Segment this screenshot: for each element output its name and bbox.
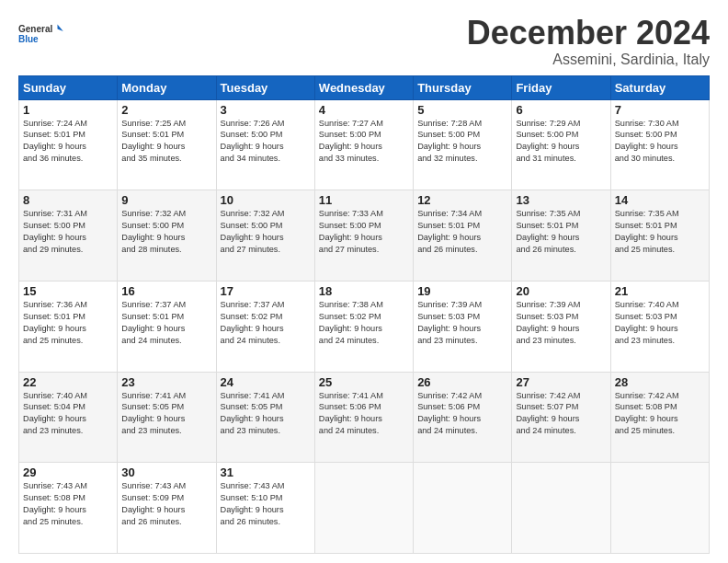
day-number: 10 [221, 193, 311, 207]
calendar-cell: 2Sunrise: 7:25 AM Sunset: 5:01 PM Daylig… [118, 99, 216, 190]
day-info: Sunrise: 7:30 AM Sunset: 5:00 PM Dayligh… [615, 118, 705, 166]
calendar-cell [512, 463, 610, 554]
day-number: 2 [121, 103, 211, 117]
day-number: 21 [615, 284, 705, 298]
weekday-header: Sunday [19, 75, 118, 99]
day-info: Sunrise: 7:40 AM Sunset: 5:04 PM Dayligh… [23, 390, 113, 438]
day-number: 11 [319, 193, 409, 207]
day-info: Sunrise: 7:42 AM Sunset: 5:08 PM Dayligh… [615, 390, 705, 438]
calendar-cell: 20Sunrise: 7:39 AM Sunset: 5:03 PM Dayli… [512, 281, 610, 372]
weekday-header: Saturday [610, 75, 709, 99]
day-info: Sunrise: 7:39 AM Sunset: 5:03 PM Dayligh… [417, 299, 507, 347]
calendar-cell: 6Sunrise: 7:29 AM Sunset: 5:00 PM Daylig… [512, 99, 610, 190]
calendar-cell: 30Sunrise: 7:43 AM Sunset: 5:09 PM Dayli… [118, 463, 216, 554]
svg-text:General: General [18, 24, 52, 34]
day-info: Sunrise: 7:31 AM Sunset: 5:00 PM Dayligh… [23, 208, 113, 256]
day-info: Sunrise: 7:41 AM Sunset: 5:05 PM Dayligh… [121, 390, 211, 438]
day-number: 26 [417, 375, 507, 389]
day-info: Sunrise: 7:41 AM Sunset: 5:06 PM Dayligh… [319, 390, 409, 438]
day-number: 23 [121, 375, 211, 389]
calendar-cell: 4Sunrise: 7:27 AM Sunset: 5:00 PM Daylig… [314, 99, 413, 190]
header: General Blue December 2024 Assemini, Sar… [18, 15, 710, 68]
calendar-cell: 8Sunrise: 7:31 AM Sunset: 5:00 PM Daylig… [19, 190, 118, 282]
calendar-cell: 25Sunrise: 7:41 AM Sunset: 5:06 PM Dayli… [314, 372, 413, 463]
calendar-cell: 24Sunrise: 7:41 AM Sunset: 5:05 PM Dayli… [216, 372, 314, 463]
calendar-cell [610, 463, 709, 554]
calendar-cell: 26Sunrise: 7:42 AM Sunset: 5:06 PM Dayli… [414, 372, 512, 463]
day-number: 9 [121, 193, 211, 207]
calendar-cell [414, 463, 512, 554]
day-number: 19 [417, 284, 507, 298]
calendar-cell: 23Sunrise: 7:41 AM Sunset: 5:05 PM Dayli… [118, 372, 216, 463]
day-number: 12 [417, 193, 507, 207]
calendar-cell: 11Sunrise: 7:33 AM Sunset: 5:00 PM Dayli… [314, 190, 413, 282]
day-info: Sunrise: 7:41 AM Sunset: 5:05 PM Dayligh… [221, 390, 311, 438]
weekday-header: Wednesday [314, 75, 413, 99]
calendar-cell: 17Sunrise: 7:37 AM Sunset: 5:02 PM Dayli… [216, 281, 314, 372]
calendar-cell: 9Sunrise: 7:32 AM Sunset: 5:00 PM Daylig… [118, 190, 216, 282]
day-number: 5 [417, 103, 507, 117]
calendar-cell: 7Sunrise: 7:30 AM Sunset: 5:00 PM Daylig… [610, 99, 709, 190]
day-number: 20 [516, 284, 606, 298]
calendar-cell: 10Sunrise: 7:32 AM Sunset: 5:00 PM Dayli… [216, 190, 314, 282]
day-info: Sunrise: 7:29 AM Sunset: 5:00 PM Dayligh… [516, 118, 606, 166]
day-number: 22 [23, 375, 113, 389]
day-number: 15 [23, 284, 113, 298]
day-number: 16 [121, 284, 211, 298]
day-number: 3 [221, 103, 311, 117]
calendar-cell: 29Sunrise: 7:43 AM Sunset: 5:08 PM Dayli… [19, 463, 118, 554]
calendar-cell: 16Sunrise: 7:37 AM Sunset: 5:01 PM Dayli… [118, 281, 216, 372]
day-info: Sunrise: 7:35 AM Sunset: 5:01 PM Dayligh… [516, 208, 606, 256]
day-number: 7 [615, 103, 705, 117]
day-number: 13 [516, 193, 606, 207]
day-info: Sunrise: 7:27 AM Sunset: 5:00 PM Dayligh… [319, 118, 409, 166]
calendar-cell: 31Sunrise: 7:43 AM Sunset: 5:10 PM Dayli… [216, 463, 314, 554]
day-number: 4 [319, 103, 409, 117]
calendar-table: SundayMondayTuesdayWednesdayThursdayFrid… [18, 75, 710, 554]
calendar-cell [314, 463, 413, 554]
calendar-cell: 14Sunrise: 7:35 AM Sunset: 5:01 PM Dayli… [610, 190, 709, 282]
day-number: 14 [615, 193, 705, 207]
day-number: 30 [121, 465, 211, 479]
day-info: Sunrise: 7:32 AM Sunset: 5:00 PM Dayligh… [121, 208, 211, 256]
calendar-cell: 28Sunrise: 7:42 AM Sunset: 5:08 PM Dayli… [610, 372, 709, 463]
day-info: Sunrise: 7:42 AM Sunset: 5:06 PM Dayligh… [417, 390, 507, 438]
calendar-cell: 21Sunrise: 7:40 AM Sunset: 5:03 PM Dayli… [610, 281, 709, 372]
day-number: 8 [23, 193, 113, 207]
calendar-cell: 15Sunrise: 7:36 AM Sunset: 5:01 PM Dayli… [19, 281, 118, 372]
day-number: 6 [516, 103, 606, 117]
day-number: 24 [221, 375, 311, 389]
weekday-header: Tuesday [216, 75, 314, 99]
day-info: Sunrise: 7:37 AM Sunset: 5:01 PM Dayligh… [121, 299, 211, 347]
day-info: Sunrise: 7:34 AM Sunset: 5:01 PM Dayligh… [417, 208, 507, 256]
day-number: 25 [319, 375, 409, 389]
day-info: Sunrise: 7:39 AM Sunset: 5:03 PM Dayligh… [516, 299, 606, 347]
day-info: Sunrise: 7:25 AM Sunset: 5:01 PM Dayligh… [121, 118, 211, 166]
calendar-cell: 27Sunrise: 7:42 AM Sunset: 5:07 PM Dayli… [512, 372, 610, 463]
day-info: Sunrise: 7:37 AM Sunset: 5:02 PM Dayligh… [221, 299, 311, 347]
calendar-cell: 3Sunrise: 7:26 AM Sunset: 5:00 PM Daylig… [216, 99, 314, 190]
weekday-header: Monday [118, 75, 216, 99]
title-block: December 2024 Assemini, Sardinia, Italy [467, 15, 710, 68]
day-info: Sunrise: 7:43 AM Sunset: 5:09 PM Dayligh… [121, 480, 211, 528]
calendar-page: General Blue December 2024 Assemini, Sar… [0, 0, 728, 563]
day-info: Sunrise: 7:28 AM Sunset: 5:00 PM Dayligh… [417, 118, 507, 166]
calendar-cell: 22Sunrise: 7:40 AM Sunset: 5:04 PM Dayli… [19, 372, 118, 463]
weekday-header: Thursday [414, 75, 512, 99]
day-number: 1 [23, 103, 113, 117]
weekday-header: Friday [512, 75, 610, 99]
logo-svg: General Blue [18, 15, 64, 53]
day-info: Sunrise: 7:38 AM Sunset: 5:02 PM Dayligh… [319, 299, 409, 347]
day-number: 29 [23, 465, 113, 479]
calendar-cell: 1Sunrise: 7:24 AM Sunset: 5:01 PM Daylig… [19, 99, 118, 190]
day-info: Sunrise: 7:40 AM Sunset: 5:03 PM Dayligh… [615, 299, 705, 347]
logo: General Blue [18, 15, 64, 53]
day-number: 27 [516, 375, 606, 389]
day-info: Sunrise: 7:43 AM Sunset: 5:10 PM Dayligh… [221, 480, 311, 528]
calendar-cell: 18Sunrise: 7:38 AM Sunset: 5:02 PM Dayli… [314, 281, 413, 372]
calendar-cell: 5Sunrise: 7:28 AM Sunset: 5:00 PM Daylig… [414, 99, 512, 190]
calendar-cell: 12Sunrise: 7:34 AM Sunset: 5:01 PM Dayli… [414, 190, 512, 282]
calendar-title: December 2024 [467, 15, 710, 52]
day-info: Sunrise: 7:42 AM Sunset: 5:07 PM Dayligh… [516, 390, 606, 438]
calendar-cell: 13Sunrise: 7:35 AM Sunset: 5:01 PM Dayli… [512, 190, 610, 282]
